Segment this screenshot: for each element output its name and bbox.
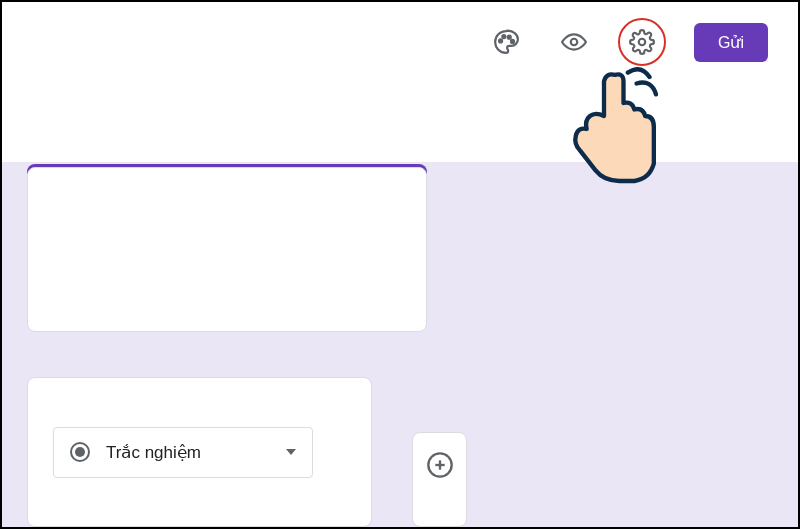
question-type-dropdown[interactable]: Trắc nghiệm xyxy=(53,427,313,478)
theme-palette-button[interactable] xyxy=(482,18,530,66)
svg-point-2 xyxy=(508,36,511,39)
header-icon-group xyxy=(482,18,666,66)
add-question-button[interactable] xyxy=(426,451,454,483)
send-button[interactable]: Gửi xyxy=(694,23,768,62)
svg-point-1 xyxy=(502,35,505,38)
eye-icon xyxy=(561,29,587,55)
preview-button[interactable] xyxy=(550,18,598,66)
svg-point-5 xyxy=(639,39,646,46)
svg-point-3 xyxy=(511,40,514,43)
svg-point-0 xyxy=(499,39,502,42)
gear-icon xyxy=(629,29,655,55)
header-bar: Gửi xyxy=(2,2,798,82)
question-card[interactable]: Trắc nghiệm xyxy=(27,377,372,527)
svg-point-4 xyxy=(571,39,578,46)
radio-icon xyxy=(70,442,90,462)
form-title-card[interactable] xyxy=(27,167,427,332)
floating-toolbar xyxy=(412,432,467,527)
settings-button[interactable] xyxy=(618,18,666,66)
palette-icon xyxy=(493,29,519,55)
add-icon xyxy=(426,451,454,479)
chevron-down-icon xyxy=(286,449,296,455)
question-type-label: Trắc nghiệm xyxy=(106,442,270,463)
